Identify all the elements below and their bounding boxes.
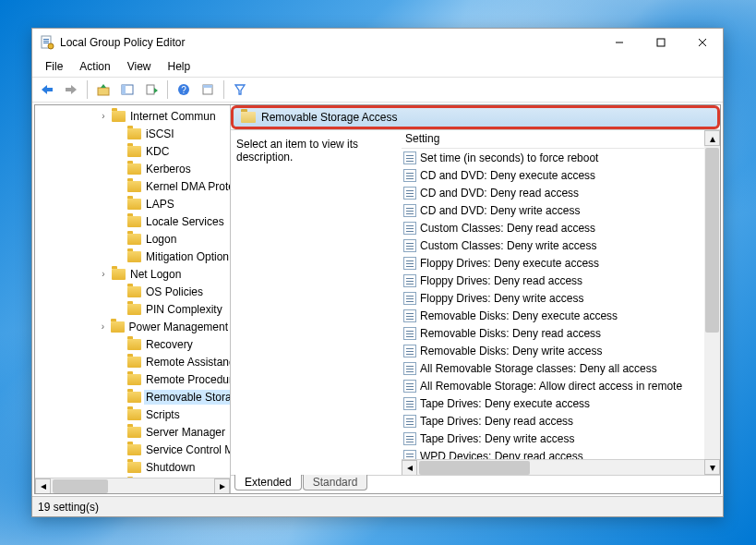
- menu-help[interactable]: Help: [161, 58, 198, 75]
- folder-icon: [127, 444, 141, 455]
- policy-icon: [403, 432, 416, 445]
- setting-item[interactable]: All Removable Storage classes: Deny all …: [402, 359, 703, 377]
- tree-item[interactable]: Removable Storag: [35, 388, 230, 406]
- setting-item-label: Custom Classes: Deny read access: [420, 222, 595, 235]
- tree-item[interactable]: Recovery: [35, 335, 230, 353]
- tree-item[interactable]: Server Manager: [35, 423, 230, 441]
- tree-item[interactable]: Service Control M: [35, 441, 230, 458]
- expander-icon[interactable]: ›: [98, 269, 109, 279]
- description-prompt: Select an item to view its description.: [236, 138, 358, 164]
- tree-pane: ›Internet CommuniSCSIKDCKerberosKernel D…: [35, 105, 231, 493]
- tree-hscrollbar[interactable]: ◂ ▸: [35, 478, 230, 493]
- tree-item[interactable]: Kernel DMA Prote: [35, 177, 230, 195]
- tree-item-label: Kernel DMA Prote: [144, 179, 230, 194]
- detail-header-label: Removable Storage Access: [261, 111, 397, 124]
- menu-view[interactable]: View: [120, 58, 159, 75]
- policy-icon: [403, 239, 416, 252]
- filter-button[interactable]: [229, 79, 251, 100]
- tab-standard[interactable]: Standard: [303, 475, 368, 490]
- forward-button[interactable]: [60, 79, 82, 100]
- client-area: ›Internet CommuniSCSIKDCKerberosKernel D…: [34, 104, 721, 494]
- setting-item[interactable]: Tape Drives: Deny read access: [402, 412, 703, 430]
- tree-item[interactable]: Logon: [35, 230, 230, 248]
- tree-item[interactable]: Locale Services: [35, 212, 230, 230]
- expander-icon[interactable]: ›: [98, 111, 109, 121]
- setting-item-label: Removable Disks: Deny execute access: [420, 309, 618, 322]
- tree-item[interactable]: iSCSI: [35, 125, 230, 142]
- tree-item[interactable]: PIN Complexity: [35, 300, 230, 318]
- scroll-down-icon[interactable]: ▾: [704, 459, 720, 475]
- tree-item-label: KDC: [144, 144, 171, 159]
- setting-item[interactable]: All Removable Storage: Allow direct acce…: [402, 377, 703, 394]
- setting-item-label: Tape Drives: Deny write access: [420, 432, 574, 445]
- description-column: Select an item to view its description.: [231, 130, 402, 475]
- tree-item-label: LAPS: [144, 197, 176, 212]
- folder-icon: [127, 128, 141, 139]
- tree-item[interactable]: Shutdown: [35, 458, 230, 476]
- tree-item[interactable]: OS Policies: [35, 283, 230, 300]
- setting-item[interactable]: Floppy Drives: Deny read access: [402, 272, 703, 289]
- tree-item[interactable]: Kerberos: [35, 160, 230, 177]
- setting-item-label: Floppy Drives: Deny read access: [420, 274, 582, 287]
- settings-hscrollbar[interactable]: ◂ ▸: [402, 459, 720, 475]
- folder-icon: [127, 409, 141, 420]
- svg-rect-6: [657, 39, 665, 46]
- menu-file[interactable]: File: [38, 58, 70, 75]
- properties-button[interactable]: [197, 79, 219, 100]
- svg-rect-13: [98, 88, 109, 95]
- scroll-left-icon[interactable]: ◂: [402, 460, 417, 476]
- setting-item[interactable]: Custom Classes: Deny write access: [402, 236, 703, 254]
- folder-icon: [127, 304, 141, 315]
- setting-item-label: Custom Classes: Deny write access: [420, 239, 596, 252]
- setting-item[interactable]: Removable Disks: Deny read access: [402, 324, 703, 342]
- setting-item[interactable]: Custom Classes: Deny read access: [402, 219, 703, 236]
- tree-item[interactable]: Remote Procedure: [35, 370, 230, 388]
- setting-item[interactable]: Tape Drives: Deny write access: [402, 430, 703, 447]
- window-title: Local Group Policy Editor: [60, 36, 185, 49]
- svg-rect-16: [122, 85, 126, 94]
- setting-item[interactable]: WPD Devices: Deny read access: [402, 447, 703, 459]
- close-button[interactable]: [681, 29, 723, 56]
- folder-icon: [127, 251, 141, 262]
- back-button[interactable]: [36, 79, 58, 100]
- maximize-button[interactable]: [640, 29, 681, 56]
- scroll-right-icon[interactable]: ▸: [214, 478, 230, 494]
- setting-item[interactable]: CD and DVD: Deny execute access: [402, 166, 703, 184]
- setting-item[interactable]: Floppy Drives: Deny execute access: [402, 254, 703, 272]
- tree-item-label: Locale Services: [144, 214, 226, 229]
- minimize-button[interactable]: [598, 29, 640, 56]
- setting-item[interactable]: Removable Disks: Deny write access: [402, 342, 703, 359]
- titlebar: Local Group Policy Editor: [32, 29, 723, 56]
- tree-item[interactable]: KDC: [35, 142, 230, 160]
- tree-item[interactable]: Mitigation Option: [35, 248, 230, 265]
- menu-action[interactable]: Action: [72, 58, 117, 75]
- tree-item[interactable]: Remote Assistance: [35, 353, 230, 370]
- setting-item[interactable]: Floppy Drives: Deny write access: [402, 289, 703, 307]
- folder-icon: [127, 392, 141, 403]
- tree-item[interactable]: ›Internet Commun: [35, 107, 230, 125]
- tree-item[interactable]: ›Power Management: [35, 318, 230, 335]
- setting-item[interactable]: Set time (in seconds) to force reboot: [402, 149, 703, 166]
- setting-item[interactable]: Tape Drives: Deny execute access: [402, 394, 703, 412]
- expander-icon[interactable]: ›: [98, 321, 108, 332]
- setting-item[interactable]: Removable Disks: Deny execute access: [402, 307, 703, 324]
- svg-rect-12: [66, 88, 71, 91]
- settings-vscrollbar[interactable]: ▴ ▾: [704, 130, 720, 475]
- svg-marker-11: [71, 85, 77, 94]
- setting-item[interactable]: CD and DVD: Deny read access: [402, 184, 703, 201]
- tab-extended[interactable]: Extended: [234, 475, 302, 490]
- tree-item[interactable]: LAPS: [35, 195, 230, 212]
- scroll-left-icon[interactable]: ◂: [35, 478, 51, 494]
- export-button[interactable]: [140, 79, 162, 100]
- tree-item[interactable]: ›Net Logon: [35, 265, 230, 283]
- setting-column-header[interactable]: Setting: [402, 130, 720, 149]
- tree-item-label: Removable Storag: [144, 390, 230, 405]
- help-button[interactable]: ?: [173, 79, 195, 100]
- show-hide-tree-button[interactable]: [116, 79, 138, 100]
- scroll-up-icon[interactable]: ▴: [704, 130, 720, 146]
- tree-item[interactable]: Scripts: [35, 406, 230, 423]
- folder-icon: [127, 146, 141, 157]
- setting-item[interactable]: CD and DVD: Deny write access: [402, 201, 703, 219]
- policy-icon: [403, 204, 416, 217]
- up-button[interactable]: [92, 79, 114, 100]
